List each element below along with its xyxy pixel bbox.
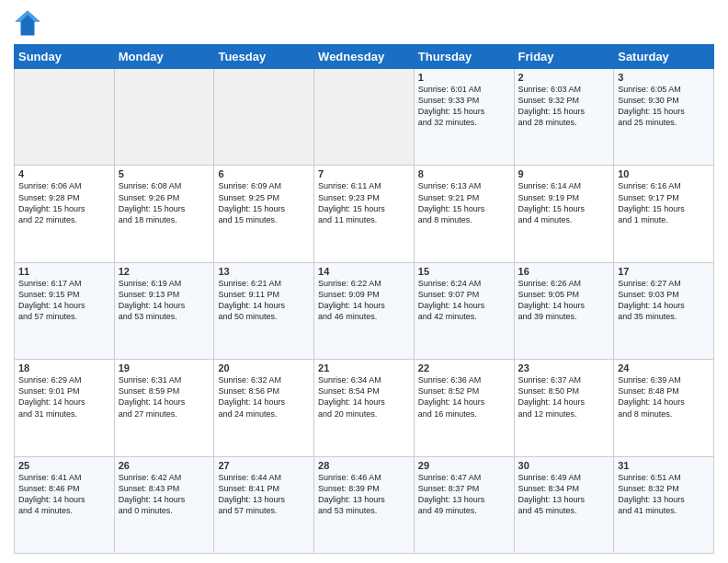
- calendar-cell: 9Sunrise: 6:14 AM Sunset: 9:19 PM Daylig…: [514, 166, 614, 262]
- calendar-cell: 10Sunrise: 6:16 AM Sunset: 9:17 PM Dayli…: [614, 166, 714, 262]
- day-info: Sunrise: 6:16 AM Sunset: 9:17 PM Dayligh…: [618, 180, 710, 225]
- day-info: Sunrise: 6:24 AM Sunset: 9:07 PM Dayligh…: [418, 278, 510, 323]
- calendar-cell: 12Sunrise: 6:19 AM Sunset: 9:13 PM Dayli…: [114, 262, 214, 359]
- calendar-cell: 26Sunrise: 6:42 AM Sunset: 8:43 PM Dayli…: [114, 456, 214, 553]
- day-number: 26: [119, 460, 210, 471]
- calendar-cell: 27Sunrise: 6:44 AM Sunset: 8:41 PM Dayli…: [214, 456, 314, 553]
- calendar-cell: [214, 69, 314, 166]
- calendar: SundayMondayTuesdayWednesdayThursdayFrid…: [14, 44, 714, 554]
- calendar-cell: 4Sunrise: 6:06 AM Sunset: 9:28 PM Daylig…: [15, 166, 115, 262]
- calendar-cell: 7Sunrise: 6:11 AM Sunset: 9:23 PM Daylig…: [314, 166, 415, 262]
- calendar-cell: 14Sunrise: 6:22 AM Sunset: 9:09 PM Dayli…: [314, 262, 415, 359]
- day-header-friday: Friday: [514, 45, 614, 69]
- day-number: 4: [18, 168, 110, 179]
- day-info: Sunrise: 6:03 AM Sunset: 9:32 PM Dayligh…: [518, 84, 610, 129]
- days-header-row: SundayMondayTuesdayWednesdayThursdayFrid…: [15, 45, 714, 69]
- day-number: 13: [218, 266, 310, 277]
- day-info: Sunrise: 6:17 AM Sunset: 9:15 PM Dayligh…: [18, 278, 110, 323]
- calendar-cell: 21Sunrise: 6:34 AM Sunset: 8:54 PM Dayli…: [314, 360, 415, 456]
- day-number: 3: [618, 72, 710, 83]
- calendar-cell: 29Sunrise: 6:47 AM Sunset: 8:37 PM Dayli…: [414, 456, 514, 553]
- day-number: 18: [18, 362, 110, 373]
- day-info: Sunrise: 6:31 AM Sunset: 8:59 PM Dayligh…: [119, 374, 210, 419]
- day-number: 23: [518, 362, 610, 373]
- day-info: Sunrise: 6:21 AM Sunset: 9:11 PM Dayligh…: [218, 278, 310, 323]
- calendar-cell: [15, 69, 115, 166]
- calendar-cell: 18Sunrise: 6:29 AM Sunset: 9:01 PM Dayli…: [15, 360, 115, 456]
- day-number: 15: [418, 266, 510, 277]
- logo: [14, 9, 45, 37]
- day-info: Sunrise: 6:11 AM Sunset: 9:23 PM Dayligh…: [318, 180, 410, 225]
- calendar-cell: 16Sunrise: 6:26 AM Sunset: 9:05 PM Dayli…: [514, 262, 614, 359]
- day-number: 22: [418, 362, 510, 373]
- day-number: 8: [418, 168, 510, 179]
- day-number: 16: [518, 266, 610, 277]
- day-number: 1: [418, 72, 510, 83]
- day-number: 19: [119, 362, 210, 373]
- day-number: 9: [518, 168, 610, 179]
- day-header-monday: Monday: [114, 45, 214, 69]
- day-number: 29: [418, 460, 510, 471]
- day-info: Sunrise: 6:08 AM Sunset: 9:26 PM Dayligh…: [119, 180, 210, 225]
- week-row-3: 11Sunrise: 6:17 AM Sunset: 9:15 PM Dayli…: [15, 262, 714, 359]
- day-number: 10: [618, 168, 710, 179]
- calendar-cell: 1Sunrise: 6:01 AM Sunset: 9:33 PM Daylig…: [414, 69, 514, 166]
- week-row-5: 25Sunrise: 6:41 AM Sunset: 8:46 PM Dayli…: [15, 456, 714, 553]
- header: [14, 9, 714, 37]
- day-info: Sunrise: 6:26 AM Sunset: 9:05 PM Dayligh…: [518, 278, 610, 323]
- day-info: Sunrise: 6:19 AM Sunset: 9:13 PM Dayligh…: [119, 278, 210, 323]
- page: SundayMondayTuesdayWednesdayThursdayFrid…: [0, 0, 728, 563]
- day-header-tuesday: Tuesday: [214, 45, 314, 69]
- day-info: Sunrise: 6:05 AM Sunset: 9:30 PM Dayligh…: [618, 84, 710, 129]
- day-info: Sunrise: 6:39 AM Sunset: 8:48 PM Dayligh…: [618, 374, 710, 419]
- calendar-cell: 31Sunrise: 6:51 AM Sunset: 8:32 PM Dayli…: [614, 456, 714, 553]
- day-number: 21: [318, 362, 410, 373]
- day-info: Sunrise: 6:46 AM Sunset: 8:39 PM Dayligh…: [318, 472, 410, 517]
- day-number: 24: [618, 362, 710, 373]
- calendar-cell: 2Sunrise: 6:03 AM Sunset: 9:32 PM Daylig…: [514, 69, 614, 166]
- calendar-cell: 3Sunrise: 6:05 AM Sunset: 9:30 PM Daylig…: [614, 69, 714, 166]
- day-info: Sunrise: 6:41 AM Sunset: 8:46 PM Dayligh…: [18, 472, 110, 517]
- day-number: 12: [119, 266, 210, 277]
- day-number: 28: [318, 460, 410, 471]
- day-header-wednesday: Wednesday: [314, 45, 415, 69]
- calendar-cell: 17Sunrise: 6:27 AM Sunset: 9:03 PM Dayli…: [614, 262, 714, 359]
- day-info: Sunrise: 6:06 AM Sunset: 9:28 PM Dayligh…: [18, 180, 110, 225]
- day-number: 31: [618, 460, 710, 471]
- calendar-cell: [314, 69, 415, 166]
- calendar-cell: 13Sunrise: 6:21 AM Sunset: 9:11 PM Dayli…: [214, 262, 314, 359]
- calendar-cell: 25Sunrise: 6:41 AM Sunset: 8:46 PM Dayli…: [15, 456, 115, 553]
- day-info: Sunrise: 6:01 AM Sunset: 9:33 PM Dayligh…: [418, 84, 510, 129]
- day-header-thursday: Thursday: [414, 45, 514, 69]
- day-number: 6: [218, 168, 310, 179]
- day-info: Sunrise: 6:37 AM Sunset: 8:50 PM Dayligh…: [518, 374, 610, 419]
- day-info: Sunrise: 6:44 AM Sunset: 8:41 PM Dayligh…: [218, 472, 310, 517]
- week-row-1: 1Sunrise: 6:01 AM Sunset: 9:33 PM Daylig…: [15, 69, 714, 166]
- calendar-cell: 20Sunrise: 6:32 AM Sunset: 8:56 PM Dayli…: [214, 360, 314, 456]
- day-number: 25: [18, 460, 110, 471]
- calendar-cell: 6Sunrise: 6:09 AM Sunset: 9:25 PM Daylig…: [214, 166, 314, 262]
- day-number: 14: [318, 266, 410, 277]
- day-number: 5: [119, 168, 210, 179]
- week-row-2: 4Sunrise: 6:06 AM Sunset: 9:28 PM Daylig…: [15, 166, 714, 262]
- calendar-cell: 19Sunrise: 6:31 AM Sunset: 8:59 PM Dayli…: [114, 360, 214, 456]
- day-info: Sunrise: 6:42 AM Sunset: 8:43 PM Dayligh…: [119, 472, 210, 517]
- day-number: 27: [218, 460, 310, 471]
- day-number: 7: [318, 168, 410, 179]
- day-info: Sunrise: 6:51 AM Sunset: 8:32 PM Dayligh…: [618, 472, 710, 517]
- calendar-cell: 24Sunrise: 6:39 AM Sunset: 8:48 PM Dayli…: [614, 360, 714, 456]
- day-info: Sunrise: 6:27 AM Sunset: 9:03 PM Dayligh…: [618, 278, 710, 323]
- day-header-saturday: Saturday: [614, 45, 714, 69]
- day-info: Sunrise: 6:09 AM Sunset: 9:25 PM Dayligh…: [218, 180, 310, 225]
- day-info: Sunrise: 6:13 AM Sunset: 9:21 PM Dayligh…: [418, 180, 510, 225]
- day-info: Sunrise: 6:29 AM Sunset: 9:01 PM Dayligh…: [18, 374, 110, 419]
- calendar-cell: 11Sunrise: 6:17 AM Sunset: 9:15 PM Dayli…: [15, 262, 115, 359]
- logo-icon: [14, 9, 41, 37]
- calendar-cell: 23Sunrise: 6:37 AM Sunset: 8:50 PM Dayli…: [514, 360, 614, 456]
- calendar-cell: 30Sunrise: 6:49 AM Sunset: 8:34 PM Dayli…: [514, 456, 614, 553]
- day-number: 17: [618, 266, 710, 277]
- calendar-cell: [114, 69, 214, 166]
- day-info: Sunrise: 6:47 AM Sunset: 8:37 PM Dayligh…: [418, 472, 510, 517]
- day-number: 20: [218, 362, 310, 373]
- day-number: 30: [518, 460, 610, 471]
